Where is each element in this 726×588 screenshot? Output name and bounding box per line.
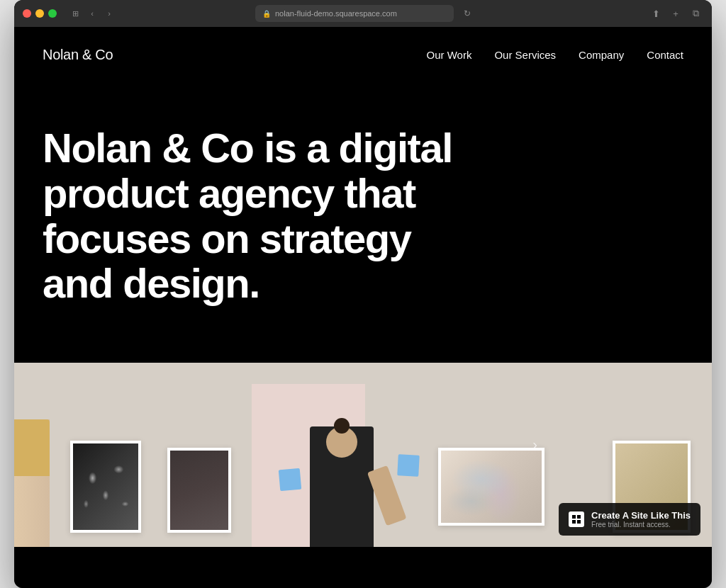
sidebar-toggle[interactable]: ⊞ [68, 6, 82, 21]
hero-section: Nolan & Co is a digital product agency t… [14, 83, 712, 363]
sticky-note-1 [279, 468, 302, 492]
refresh-button[interactable]: ↻ [464, 9, 471, 18]
traffic-lights [23, 9, 57, 18]
artwork-frame-3 [438, 448, 544, 526]
left-hair [14, 419, 50, 476]
address-bar-area: 🔒 nolan-fluid-demo.squarespace.com ↻ [255, 5, 471, 22]
maximize-button[interactable] [48, 9, 57, 18]
left-figure [14, 419, 50, 547]
person-body [310, 426, 374, 547]
website-content: Nolan & Co Our Work Our Services Company… [14, 27, 712, 588]
hero-image: › Create A [14, 363, 712, 547]
minimize-button[interactable] [35, 9, 44, 18]
close-button[interactable] [23, 9, 31, 18]
nav-our-work[interactable]: Our Work [426, 49, 471, 61]
person-figure [292, 377, 391, 547]
person-head [326, 426, 357, 458]
artwork-frame-2 [167, 448, 231, 533]
frame-inner-1 [73, 443, 138, 530]
svg-rect-3 [577, 520, 581, 524]
site-logo[interactable]: Nolan & Co [43, 47, 113, 63]
nav-company[interactable]: Company [579, 49, 624, 61]
titlebar: ⊞ ‹ › 🔒 nolan-fluid-demo.squarespace.com… [14, 0, 712, 27]
squarespace-badge[interactable]: Create A Site Like This Free trial. Inst… [559, 503, 700, 536]
person-bun [334, 418, 350, 434]
nav-links: Our Work Our Services Company Contact [426, 49, 683, 61]
new-tab-button[interactable]: + [668, 6, 683, 21]
frame-inner-3 [441, 451, 542, 523]
nav-controls: ⊞ ‹ › [68, 6, 116, 21]
browser-window: ⊞ ‹ › 🔒 nolan-fluid-demo.squarespace.com… [14, 0, 712, 588]
tabs-button[interactable]: ⧉ [688, 6, 703, 21]
image-canvas: › Create A [14, 363, 712, 547]
share-button[interactable]: ⬆ [648, 6, 664, 21]
artwork-frame-1 [70, 441, 141, 533]
site-nav: Nolan & Co Our Work Our Services Company… [14, 27, 712, 83]
back-button[interactable]: ‹ [85, 6, 99, 21]
hero-heading: Nolan & Co is a digital product agency t… [43, 125, 482, 306]
nav-contact[interactable]: Contact [647, 49, 683, 61]
url-text: nolan-fluid-demo.squarespace.com [275, 9, 397, 18]
nav-our-services[interactable]: Our Services [494, 49, 556, 61]
forward-button[interactable]: › [102, 6, 116, 21]
frame-inner-2 [170, 451, 228, 530]
svg-rect-2 [572, 520, 576, 524]
badge-text: Create A Site Like This Free trial. Inst… [591, 510, 691, 528]
lock-icon: 🔒 [262, 10, 271, 18]
sticky-note-2 [397, 454, 420, 477]
gallery-arrow[interactable]: › [532, 436, 537, 453]
floral-pattern [73, 443, 138, 530]
squarespace-logo [569, 511, 584, 527]
badge-subtitle: Free trial. Instant access. [591, 521, 691, 528]
address-bar[interactable]: 🔒 nolan-fluid-demo.squarespace.com [255, 5, 454, 22]
svg-rect-0 [572, 515, 576, 519]
watercolor-pattern [441, 451, 542, 523]
badge-title: Create A Site Like This [591, 510, 691, 521]
titlebar-right-controls: ⬆ + ⧉ [648, 6, 703, 21]
svg-rect-1 [577, 515, 581, 519]
